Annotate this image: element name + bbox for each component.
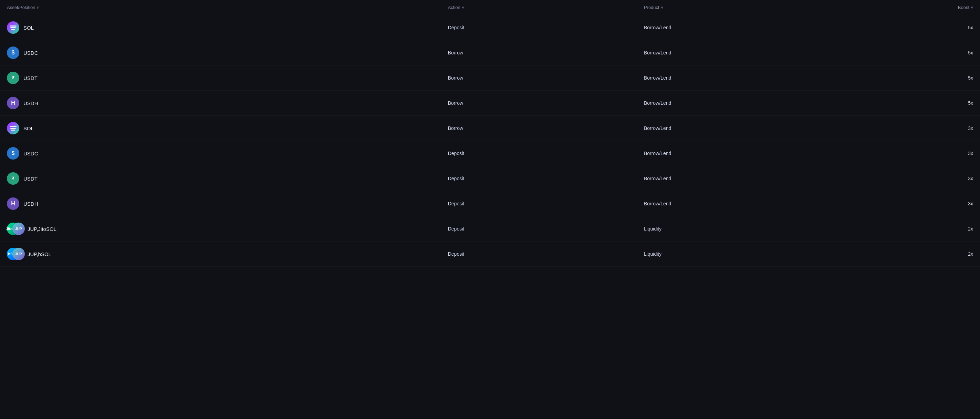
asset-name-6: USDC (24, 151, 38, 156)
token-icon-sol (7, 122, 19, 134)
table-row[interactable]: $ USDC Borrow Borrow/Lend 5x (0, 40, 980, 65)
boost-cell-10: 2x (833, 242, 980, 267)
boost-cell-7: 3x (833, 166, 980, 191)
asset-cell-1: SOL (0, 15, 441, 40)
boost-cell-5: 3x (833, 116, 980, 141)
product-cell-6: Borrow/Lend (637, 141, 833, 166)
asset-cell-8: H USDH (0, 191, 441, 217)
table-row[interactable]: JitoSOL JUP JUP,JitoSOL Deposit Liquidit… (0, 217, 980, 242)
token-icon-jup-jitosol: JitoSOL JUP (7, 223, 24, 235)
action-cell-2: Borrow (441, 40, 637, 65)
product-cell-9: Liquidity (637, 217, 833, 242)
table-row[interactable]: SOL Borrow Borrow/Lend 3x (0, 116, 980, 141)
action-cell-8: Deposit (441, 191, 637, 217)
asset-cell-2: $ USDC (0, 40, 441, 65)
asset-name-10: JUP,bSOL (27, 251, 51, 257)
sort-icon-product: ∨ (661, 5, 663, 9)
boost-cell-2: 5x (833, 40, 980, 65)
asset-cell-3: ₮ USDT (0, 65, 441, 91)
table-row[interactable]: ₮ USDT Deposit Borrow/Lend 3x (0, 166, 980, 191)
positions-table: Asset/Position ∨ Action ∨ Product ∨ (0, 0, 980, 267)
action-cell-1: Deposit (441, 15, 637, 40)
table-row[interactable]: bSOL JUP JUP,bSOL Deposit Liquidity 2x (0, 242, 980, 267)
product-cell-8: Borrow/Lend (637, 191, 833, 217)
action-cell-3: Borrow (441, 65, 637, 91)
boost-cell-1: 5x (833, 15, 980, 40)
col-header-product[interactable]: Product ∨ (637, 0, 833, 15)
col-header-asset[interactable]: Asset/Position ∨ (0, 0, 441, 15)
asset-name-4: USDH (24, 100, 38, 106)
token-icon-usdt: ₮ (7, 72, 19, 84)
token-icon-usdc: $ (7, 46, 19, 59)
token-icon-usdt: ₮ (7, 172, 19, 185)
product-cell-3: Borrow/Lend (637, 65, 833, 91)
token-icon-usdc: $ (7, 147, 19, 159)
asset-name-8: USDH (24, 201, 38, 207)
boost-cell-9: 2x (833, 217, 980, 242)
token-icon-usdh: H (7, 97, 19, 109)
product-cell-4: Borrow/Lend (637, 91, 833, 116)
asset-cell-4: H USDH (0, 91, 441, 116)
asset-name-9: JUP,JitoSOL (27, 226, 56, 232)
table-body: SOL Deposit Borrow/Lend 5x $ USDC Borrow… (0, 15, 980, 267)
action-cell-5: Borrow (441, 116, 637, 141)
action-cell-9: Deposit (441, 217, 637, 242)
product-cell-7: Borrow/Lend (637, 166, 833, 191)
product-cell-10: Liquidity (637, 242, 833, 267)
action-cell-10: Deposit (441, 242, 637, 267)
asset-name-5: SOL (24, 126, 34, 131)
positions-table-container: Asset/Position ∨ Action ∨ Product ∨ (0, 0, 980, 267)
action-cell-4: Borrow (441, 91, 637, 116)
asset-cell-6: $ USDC (0, 141, 441, 166)
table-header-row: Asset/Position ∨ Action ∨ Product ∨ (0, 0, 980, 15)
asset-cell-5: SOL (0, 116, 441, 141)
table-row[interactable]: ₮ USDT Borrow Borrow/Lend 5x (0, 65, 980, 91)
sort-icon-asset: ∨ (37, 5, 39, 9)
col-header-boost[interactable]: Boost ∨ (833, 0, 980, 15)
asset-cell-7: ₮ USDT (0, 166, 441, 191)
table-row[interactable]: $ USDC Deposit Borrow/Lend 3x (0, 141, 980, 166)
table-row[interactable]: SOL Deposit Borrow/Lend 5x (0, 15, 980, 40)
asset-name-7: USDT (24, 176, 38, 182)
action-cell-6: Deposit (441, 141, 637, 166)
product-cell-1: Borrow/Lend (637, 15, 833, 40)
sort-icon-boost: ∨ (971, 5, 973, 9)
product-cell-5: Borrow/Lend (637, 116, 833, 141)
asset-cell-10: bSOL JUP JUP,bSOL (0, 242, 441, 267)
boost-cell-4: 5x (833, 91, 980, 116)
boost-cell-8: 3x (833, 191, 980, 217)
boost-cell-6: 3x (833, 141, 980, 166)
action-cell-7: Deposit (441, 166, 637, 191)
token-icon-usdh: H (7, 198, 19, 210)
table-row[interactable]: H USDH Borrow Borrow/Lend 5x (0, 91, 980, 116)
table-row[interactable]: H USDH Deposit Borrow/Lend 3x (0, 191, 980, 217)
token-icon-sol (7, 21, 19, 34)
product-cell-2: Borrow/Lend (637, 40, 833, 65)
asset-cell-9: JitoSOL JUP JUP,JitoSOL (0, 217, 441, 242)
sort-icon-action: ∨ (462, 5, 464, 9)
token-icon-jup-bsol: bSOL JUP (7, 248, 24, 260)
boost-cell-3: 5x (833, 65, 980, 91)
asset-name-1: SOL (24, 25, 34, 31)
asset-name-3: USDT (24, 75, 38, 81)
col-header-action[interactable]: Action ∨ (441, 0, 637, 15)
asset-name-2: USDC (24, 50, 38, 56)
